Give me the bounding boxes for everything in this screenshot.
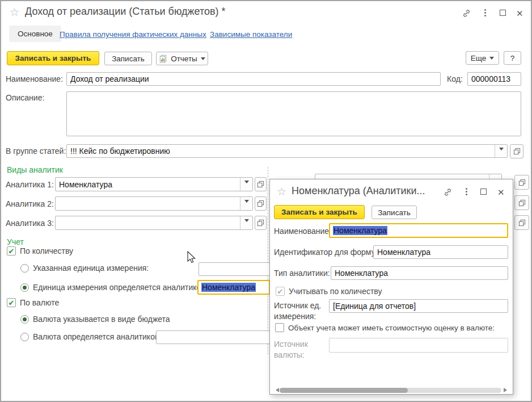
- dialog-title: Номенклатура (Аналитики...: [292, 185, 425, 197]
- analytics-type-label: Тип аналитики:: [274, 269, 330, 278]
- maximize-icon[interactable]: [500, 10, 506, 16]
- mouse-cursor: [187, 251, 198, 266]
- currency-by-analytics-radio[interactable]: Валюта определяется аналитикой:: [20, 332, 162, 341]
- radio-icon: [20, 333, 29, 341]
- chevron-down-icon: [244, 219, 249, 224]
- save-button[interactable]: Записать: [104, 52, 152, 65]
- code-label: Код:: [447, 74, 463, 83]
- radio-icon: [20, 264, 29, 273]
- radio-selected-icon: [20, 283, 29, 292]
- analytics3-combo[interactable]: [55, 216, 253, 230]
- checkbox-disabled-icon: ✔: [276, 287, 285, 296]
- open-items-icon: [257, 219, 264, 227]
- analytics1-open-button[interactable]: [255, 177, 267, 191]
- page-title: Доход от реализации (Статьи бюджетов) *: [25, 6, 226, 18]
- currency-valuation-checkbox[interactable]: Объект учета может иметь стоимостную оце…: [275, 323, 495, 332]
- open-items-icon: [518, 179, 526, 186]
- radio-selected-icon: [20, 315, 29, 324]
- count-checkbox: ✔ Учитывать по количеству: [276, 287, 382, 296]
- pane-splitter[interactable]: [268, 167, 268, 354]
- unit-specified-radio[interactable]: Указанная единица измерения:: [20, 263, 149, 273]
- name-input[interactable]: Доход от реализации: [66, 72, 441, 86]
- chevron-down-icon: [244, 200, 249, 205]
- analytics3-open-button[interactable]: [255, 216, 267, 230]
- currency-budget-radio[interactable]: Валюта указывается в виде бюджета: [20, 315, 170, 324]
- close-icon[interactable]: ✕: [497, 188, 505, 196]
- maximize-icon[interactable]: [480, 189, 487, 195]
- analytics3-label: Аналитика 3:: [6, 219, 54, 228]
- unit-by-analytics-radio[interactable]: Единица измерения определяется аналитико…: [20, 283, 208, 292]
- report-icon: [159, 55, 167, 63]
- analytics2-combo[interactable]: [55, 196, 253, 211]
- nav-link-dependent[interactable]: Зависимые показатели: [210, 30, 292, 39]
- dialog-name-input[interactable]: Номенклатура: [329, 223, 508, 238]
- open-items-icon: [513, 148, 521, 155]
- checkbox-icon: [275, 323, 284, 332]
- analytics2-label: Аналитика 2:: [6, 199, 54, 208]
- currency-by-analytics-input[interactable]: [156, 330, 270, 344]
- open-items-icon: [257, 200, 264, 207]
- unit-specified-input[interactable]: [199, 262, 270, 276]
- unit-source-input[interactable]: [Единица для отчетов]: [329, 299, 508, 313]
- chevron-down-icon: [244, 181, 249, 186]
- horizontal-scrollbar[interactable]: [280, 388, 501, 393]
- checkbox-icon: ✔: [7, 298, 16, 307]
- open-items-icon: [257, 181, 264, 188]
- formula-id-input[interactable]: Номенклатура: [373, 245, 508, 259]
- dialog-name-label: Наименование:: [274, 227, 331, 236]
- right-field2-open-button[interactable]: [514, 195, 529, 210]
- currency-source-input: [329, 338, 508, 353]
- more-button[interactable]: Еще: [466, 51, 499, 65]
- dialog-save-button[interactable]: Записать: [371, 206, 417, 219]
- get-link-icon[interactable]: [443, 187, 453, 197]
- name-label: Наименование:: [6, 74, 63, 83]
- currency-source-label: Источник валюты:: [274, 339, 322, 361]
- right-field1-open-button[interactable]: [514, 175, 529, 190]
- dropdown-button[interactable]: [240, 216, 252, 229]
- save-close-button[interactable]: Записать и закрыть: [7, 51, 99, 65]
- nav-link-rules[interactable]: Правила получения фактических данных: [60, 30, 206, 39]
- open-items-icon: [518, 199, 526, 207]
- analytics2-open-button[interactable]: [255, 196, 267, 211]
- dropdown-button[interactable]: [495, 145, 507, 157]
- open-items-icon: [518, 219, 526, 227]
- scrollbar-thumb[interactable]: [280, 388, 408, 393]
- unit-by-analytics-input[interactable]: Номенклатура: [197, 280, 270, 295]
- description-textarea[interactable]: [66, 91, 521, 136]
- by-quantity-checkbox[interactable]: ✔ По количеству: [7, 246, 73, 256]
- analytics-type-input[interactable]: Номенклатура: [331, 266, 508, 280]
- favorite-star-icon[interactable]: ☆: [10, 7, 19, 18]
- window-menu-icon[interactable]: [466, 188, 467, 190]
- dropdown-button[interactable]: [240, 178, 252, 191]
- chevron-down-icon: [201, 57, 205, 62]
- analytics-type-dialog: ☆ Номенклатура (Аналитики... ✕ Записать …: [269, 179, 513, 395]
- analytics-header: Виды аналитик: [7, 165, 63, 174]
- help-button[interactable]: ?: [504, 51, 521, 65]
- by-currency-checkbox[interactable]: ✔ По валюте: [7, 298, 59, 307]
- window-menu-icon[interactable]: [484, 9, 486, 11]
- analytics1-combo[interactable]: Номенклатура: [55, 177, 253, 191]
- tab-main[interactable]: Основное: [9, 26, 61, 42]
- description-label: Описание:: [6, 93, 44, 102]
- scroll-left-icon[interactable]: [273, 388, 279, 392]
- code-input[interactable]: 000000113: [467, 72, 521, 86]
- favorite-star-icon[interactable]: ☆: [277, 186, 286, 197]
- close-icon[interactable]: ✕: [516, 9, 523, 18]
- analytics1-label: Аналитика 1:: [6, 180, 54, 189]
- scroll-right-icon[interactable]: [504, 388, 509, 392]
- unit-source-label: Источник ед. измерения:: [274, 300, 330, 322]
- right-field3-open-button[interactable]: [514, 215, 529, 230]
- accounting-header: Учет: [7, 237, 24, 246]
- group-open-button[interactable]: [510, 144, 523, 158]
- get-link-icon[interactable]: [462, 9, 471, 18]
- chevron-down-icon: [489, 57, 494, 62]
- main-window: ☆ Доход от реализации (Статьи бюджетов) …: [0, 0, 532, 402]
- dropdown-button[interactable]: [240, 197, 252, 210]
- group-label: В группе статей:: [6, 146, 66, 156]
- checkbox-icon: ✔: [7, 246, 16, 256]
- group-combo[interactable]: !!! Кейс по бюджетировнию: [66, 144, 508, 158]
- chevron-down-icon: [499, 148, 504, 153]
- reports-button[interactable]: Отчеты: [156, 52, 208, 65]
- formula-id-label: Идентификатор для формул:: [274, 248, 382, 257]
- dialog-save-close-button[interactable]: Записать и закрыть: [274, 205, 365, 219]
